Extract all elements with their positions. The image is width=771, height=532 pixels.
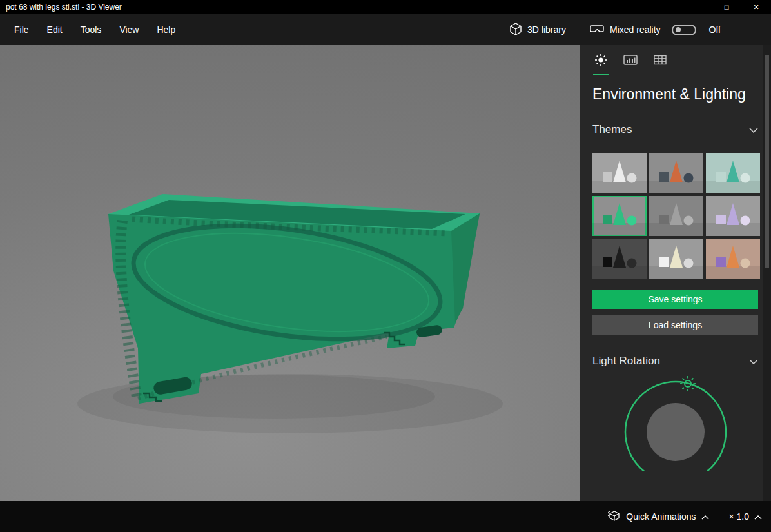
divider xyxy=(578,23,578,37)
theme-thumbnail-2[interactable] xyxy=(649,153,703,193)
menu-item-view[interactable]: View xyxy=(110,20,148,39)
main-area: Environment & Lighting Themes Save setti… xyxy=(0,45,771,501)
viewport-3d[interactable] xyxy=(0,45,580,501)
title-bar: pot 68 with legs stl.stl - 3D Viewer – □… xyxy=(0,0,771,14)
tab-underline xyxy=(652,74,668,75)
themes-section-header[interactable]: Themes xyxy=(592,123,758,136)
settings-panel: Environment & Lighting Themes Save setti… xyxy=(580,45,771,501)
light-rotation-dial[interactable] xyxy=(592,375,758,471)
close-button[interactable]: ✕ xyxy=(741,0,771,14)
quick-animations-icon xyxy=(607,510,620,524)
toggle-knob xyxy=(676,27,681,32)
chevron-up-icon[interactable] xyxy=(701,511,709,522)
grid-icon xyxy=(653,54,667,69)
menu-item-help[interactable]: Help xyxy=(148,20,184,39)
theme-thumbnail-6[interactable] xyxy=(706,196,760,236)
maximize-button[interactable]: □ xyxy=(712,0,741,14)
mixed-reality-control: Mixed reality Off xyxy=(590,24,721,36)
load-settings-button[interactable]: Load settings xyxy=(592,315,758,335)
theme-thumbnail-8[interactable] xyxy=(649,239,703,279)
save-settings-button[interactable]: Save settings xyxy=(592,290,758,309)
sun-icon xyxy=(594,54,607,69)
menu-bar: FileEditToolsViewHelp 3D library Mixed r… xyxy=(0,14,771,45)
theme-thumbnail-9[interactable] xyxy=(706,239,760,279)
mixed-reality-label: Mixed reality xyxy=(610,25,661,35)
window-title: pot 68 with legs stl.stl - 3D Viewer xyxy=(0,3,122,12)
light-rotation-label: Light Rotation xyxy=(592,355,660,368)
chevron-down-icon[interactable] xyxy=(749,123,758,136)
light-rotation-section-header[interactable]: Light Rotation xyxy=(592,355,758,368)
menu-item-file[interactable]: File xyxy=(5,20,38,39)
pot-3d-model[interactable] xyxy=(0,45,580,501)
theme-thumbnail-4[interactable] xyxy=(592,196,647,236)
theme-thumbnail-3[interactable] xyxy=(706,153,760,193)
tab-underline xyxy=(623,74,638,75)
status-bar: Quick Animations × 1.0 xyxy=(0,501,771,532)
scrollbar-thumb[interactable] xyxy=(765,55,769,268)
panel-scrollbar[interactable] xyxy=(763,45,771,501)
menus: FileEditToolsViewHelp xyxy=(0,20,184,39)
chevron-down-icon[interactable] xyxy=(749,355,758,368)
mixed-reality-toggle[interactable] xyxy=(672,25,696,35)
menu-item-edit[interactable]: Edit xyxy=(38,20,72,39)
zoom-level: × 1.0 xyxy=(728,511,749,522)
menu-item-tools[interactable]: Tools xyxy=(72,20,111,39)
stats-icon xyxy=(623,54,638,69)
cube-icon xyxy=(510,23,522,37)
zoom-control[interactable]: × 1.0 xyxy=(728,511,762,522)
mixed-reality-icon xyxy=(590,24,604,36)
quick-animations-button[interactable]: Quick Animations xyxy=(607,510,709,524)
themes-label: Themes xyxy=(592,123,632,136)
3d-library-label: 3D library xyxy=(527,25,566,35)
tab-stats-shading[interactable] xyxy=(623,54,638,75)
menubar-right: 3D library Mixed reality Off xyxy=(510,23,721,37)
tab-grid-views[interactable] xyxy=(652,54,668,75)
tab-environment-lighting[interactable] xyxy=(593,54,609,75)
theme-grid xyxy=(592,153,758,279)
page-title: Environment & Lighting xyxy=(592,86,758,103)
tab-underline xyxy=(593,74,609,75)
minimize-button[interactable]: – xyxy=(682,0,712,14)
theme-thumbnail-5[interactable] xyxy=(649,196,703,236)
quick-animations-label: Quick Animations xyxy=(626,511,696,522)
theme-thumbnail-1[interactable] xyxy=(592,153,647,193)
3d-library-button[interactable]: 3D library xyxy=(510,23,566,37)
window-controls: – □ ✕ xyxy=(682,0,771,14)
panel-tabs xyxy=(592,45,758,75)
mixed-reality-state: Off xyxy=(709,25,721,35)
theme-thumbnail-7[interactable] xyxy=(592,239,647,279)
chevron-up-icon[interactable] xyxy=(754,511,762,522)
